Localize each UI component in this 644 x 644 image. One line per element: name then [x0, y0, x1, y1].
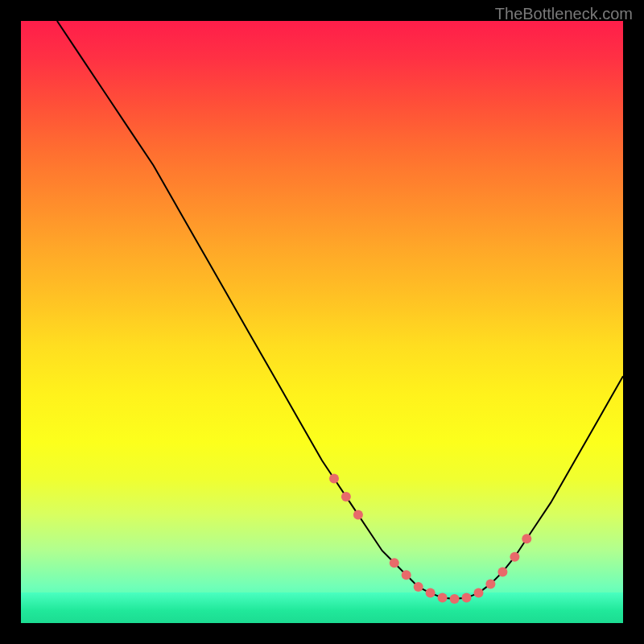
- marker-dot: [462, 593, 472, 603]
- marker-dots-group: [329, 474, 531, 605]
- marker-dot: [341, 492, 351, 502]
- chart-plot-area: [21, 21, 623, 623]
- marker-dot: [414, 582, 423, 592]
- marker-dot: [450, 594, 460, 604]
- marker-dot: [438, 593, 448, 603]
- marker-dot: [522, 534, 531, 543]
- marker-dot: [329, 474, 339, 484]
- marker-dot: [402, 570, 411, 580]
- marker-dot: [497, 567, 507, 576]
- chart-svg: [21, 21, 623, 623]
- marker-dot: [426, 588, 436, 598]
- bottleneck-curve: [57, 21, 623, 599]
- watermark-text: TheBottleneck.com: [495, 5, 633, 23]
- marker-dot: [485, 579, 495, 588]
- marker-dot: [390, 558, 399, 568]
- marker-dot: [510, 552, 519, 562]
- marker-dot: [353, 510, 363, 519]
- marker-dot: [474, 588, 484, 598]
